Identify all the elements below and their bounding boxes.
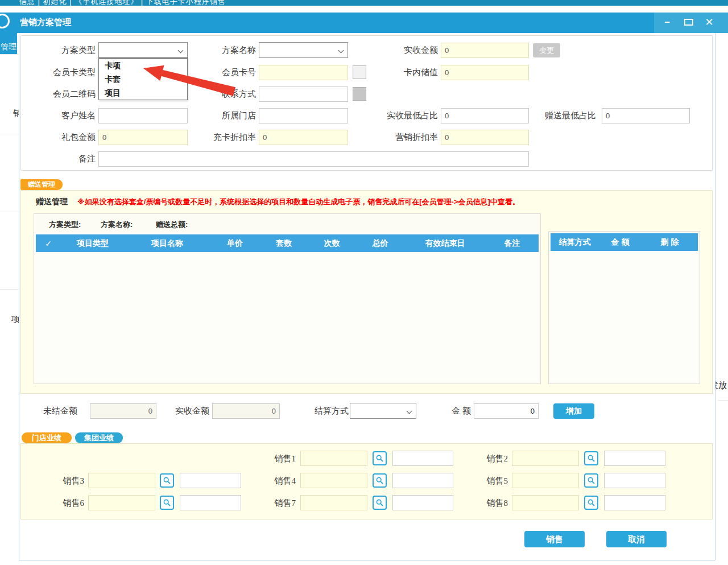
received-amount2-label: 实收金额 [169,403,209,419]
tab-gift-management[interactable]: 赠送管理 [20,179,63,190]
sales4-field[interactable] [300,473,367,488]
gift-package-amount-field[interactable]: 0 [98,130,188,145]
sales3-field[interactable] [88,473,155,488]
sales3-name-field[interactable] [180,473,241,488]
settle-method-select[interactable] [350,403,416,419]
summary-plan-name-label: 方案名称: [101,220,133,230]
card-stored-value-label: 卡内储值 [398,64,438,80]
member-qrcode-label: 会员二维码 [42,86,96,102]
column-item-name: 项目名称 [125,238,210,249]
background-divider [718,400,728,401]
column-item-type: 项目类型 [61,238,125,249]
unsettled-amount-field[interactable]: 0 [90,403,156,419]
maximize-button[interactable] [680,13,697,33]
screen: 信息 | 初始化 | 《手机连接地址》 | 下载电子卡小程序销售 管理 销 项 … [0,0,728,565]
background-nav-strip: 信息 | 初始化 | 《手机连接地址》 | 下载电子卡小程序销售 [0,0,728,6]
gift-heading: 赠送管理 [36,197,68,207]
amount-label: 金 额 [448,403,471,419]
contact-action-button[interactable] [353,87,366,101]
tab-group-performance[interactable]: 集团业绩 [75,432,123,443]
gift-settle-table-header: 结算方式 金 额 删 除 [551,233,698,251]
settle-method-label: 结算方式 [309,403,349,419]
dialog-titlebar: 营销方案管理 – ✕ [11,13,728,33]
sales1-name-field[interactable] [392,451,453,466]
store-field[interactable] [259,108,348,123]
sales4-label: 销售4 [272,473,296,489]
minimize-button[interactable]: – [659,13,676,33]
search-icon [376,499,383,506]
sales8-search-button[interactable] [584,496,598,510]
min-received-ratio-field[interactable]: 0 [441,108,529,123]
gift-items-box: 方案类型: 方案名称: 赠送总额: ✓ 项目类型 项目名称 单价 套数 次数 总… [34,213,541,384]
sales8-field[interactable] [512,495,579,510]
search-icon [376,477,383,484]
sales1-field[interactable] [300,451,367,466]
background-divider [0,54,19,55]
sales5-search-button[interactable] [584,473,598,488]
sales3-search-button[interactable] [160,473,174,488]
sales6-search-button[interactable] [160,496,174,510]
change-button[interactable]: 变更 [533,43,560,57]
sales5-field[interactable] [512,473,579,488]
received-amount2-field[interactable]: 0 [212,403,280,419]
card-stored-value-field[interactable]: 0 [441,65,529,80]
sales7-name-field[interactable] [392,495,453,510]
unsettled-amount-label: 未结金额 [38,403,77,419]
background-divider [0,134,19,134]
cancel-button[interactable]: 取消 [606,531,667,547]
sales5-name-field[interactable] [604,473,665,488]
sales6-name-field[interactable] [180,495,241,510]
gift-panel: 赠送管理 ※如果没有选择套盒/票编号或数量不足时，系统根据选择的项目和数量自动生… [20,190,713,394]
store-label: 所属门店 [216,108,256,123]
search-icon [163,499,171,506]
plan-type-label: 方案类型 [50,42,96,58]
sales1-search-button[interactable] [373,451,387,465]
sales7-search-button[interactable] [373,496,387,510]
sell-button[interactable]: 销售 [524,531,585,547]
plan-type-select[interactable] [98,42,188,58]
recharge-discount-field[interactable]: 0 [259,130,348,145]
amount-field[interactable]: 0 [474,403,539,419]
chevron-down-icon [178,48,184,53]
min-received-ratio-label: 实收最低占比 [375,108,438,123]
sales2-field[interactable] [512,451,579,466]
received-amount-field[interactable]: 0 [441,43,529,58]
gift-package-amount-label: 礼包金额 [50,129,96,145]
member-card-no-field[interactable] [259,65,348,80]
column-set-count: 套数 [260,238,308,249]
search-icon [163,477,171,484]
sales1-label: 销售1 [272,451,296,467]
search-icon [588,455,595,462]
remark-field[interactable] [98,151,529,167]
column-total-price: 总价 [356,238,404,249]
tab-store-performance[interactable]: 门店业绩 [22,432,72,443]
column-times: 次数 [308,238,356,249]
plan-name-label: 方案名称 [216,42,256,58]
sales8-name-field[interactable] [604,495,665,510]
add-button[interactable]: 增加 [553,403,594,419]
column-settle-method: 结算方式 [551,237,599,248]
customer-name-field[interactable] [98,108,188,123]
sales4-name-field[interactable] [392,473,453,488]
sales2-search-button[interactable] [584,451,598,465]
plan-name-select[interactable] [259,42,348,58]
chevron-down-icon [338,48,344,53]
column-check-icon: ✓ [36,239,61,248]
marketing-discount-field[interactable]: 0 [441,130,529,145]
logo-icon [0,14,10,28]
gift-items-table-body[interactable] [36,252,539,382]
search-icon [588,499,595,506]
contact-field[interactable] [259,86,348,102]
search-icon [588,477,595,484]
column-amount: 金 额 [599,237,642,248]
sales6-field[interactable] [88,495,155,510]
gift-settle-table-body[interactable] [551,251,698,382]
background-sidebar-label: 管理 [1,42,16,52]
sales7-label: 销售7 [272,495,296,511]
close-button[interactable]: ✕ [701,13,718,33]
min-gift-ratio-field[interactable]: 0 [602,108,690,123]
sales2-name-field[interactable] [604,451,665,466]
sales7-field[interactable] [300,495,367,510]
sales4-search-button[interactable] [373,473,387,488]
member-card-no-picker-button[interactable] [353,65,366,79]
